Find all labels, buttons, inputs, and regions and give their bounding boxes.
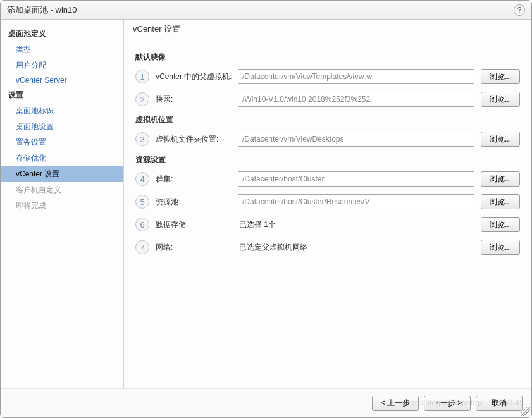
step-badge-4: 4 bbox=[135, 172, 149, 186]
section-title-default-image: 默认映像 bbox=[135, 52, 520, 63]
sidebar-section-definition: 桌面池定义 bbox=[1, 26, 123, 42]
input-snapshot[interactable]: /Win10-V1.0/win10 2018%252f3%252 bbox=[238, 92, 474, 107]
sidebar-item-guest-custom: 客户机自定义 bbox=[1, 182, 123, 198]
label-resource-pool: 资源池: bbox=[156, 197, 238, 207]
label-datastore: 数据存储: bbox=[156, 219, 238, 230]
browse-vm-folder-button[interactable]: 浏览... bbox=[481, 132, 520, 147]
main-header: vCenter 设置 bbox=[124, 20, 531, 39]
browse-network-button[interactable]: 浏览... bbox=[481, 240, 520, 255]
sidebar-item-type[interactable]: 类型 bbox=[1, 42, 123, 58]
main-panel: vCenter 设置 默认映像 1 vCenter 中的父虚拟机: /Datac… bbox=[124, 20, 531, 388]
sidebar: 桌面池定义 类型 用户分配 vCenter Server 设置 桌面池标识 桌面… bbox=[1, 20, 124, 388]
step-badge-7: 7 bbox=[135, 240, 149, 254]
browse-cluster-button[interactable]: 浏览... bbox=[481, 171, 520, 187]
section-title-vm-location: 虚拟机位置 bbox=[135, 114, 520, 125]
label-cluster: 群集: bbox=[156, 174, 238, 185]
window-title: 添加桌面池 - win10 bbox=[7, 4, 77, 16]
titlebar: 添加桌面池 - win10 ? bbox=[1, 1, 531, 20]
label-network: 网络: bbox=[156, 242, 238, 253]
dialog-body: 桌面池定义 类型 用户分配 vCenter Server 设置 桌面池标识 桌面… bbox=[1, 20, 531, 388]
row-resource-pool: 5 资源池: /Datacenter/host/Cluster/Resource… bbox=[135, 194, 520, 209]
browse-parent-vm-button[interactable]: 浏览... bbox=[481, 69, 520, 84]
step-badge-3: 3 bbox=[135, 132, 149, 146]
sidebar-item-vcenter-settings[interactable]: vCenter 设置 bbox=[1, 166, 123, 182]
sidebar-item-pool-settings[interactable]: 桌面池设置 bbox=[1, 119, 123, 135]
sidebar-item-pool-id[interactable]: 桌面池标识 bbox=[1, 103, 123, 119]
browse-snapshot-button[interactable]: 浏览... bbox=[481, 92, 520, 107]
next-button[interactable]: 下一步 > bbox=[424, 396, 471, 411]
main-content: 默认映像 1 vCenter 中的父虚拟机: /Datacenter/vm/Vi… bbox=[124, 39, 531, 388]
label-vm-folder: 虚拟机文件夹位置: bbox=[156, 134, 238, 145]
dialog-window: 添加桌面池 - win10 ? 桌面池定义 类型 用户分配 vCenter Se… bbox=[0, 0, 532, 418]
help-icon[interactable]: ? bbox=[514, 4, 525, 16]
step-badge-2: 2 bbox=[135, 92, 149, 106]
resize-grip[interactable] bbox=[521, 407, 530, 416]
step-badge-1: 1 bbox=[135, 70, 149, 83]
section-title-resource: 资源设置 bbox=[135, 154, 520, 165]
label-parent-vm: vCenter 中的父虚拟机: bbox=[156, 71, 238, 82]
row-datastore: 6 数据存储: 已选择 1个 浏览... bbox=[135, 217, 520, 232]
sidebar-item-provisioning[interactable]: 置备设置 bbox=[1, 135, 123, 151]
browse-datastore-button[interactable]: 浏览... bbox=[481, 217, 520, 232]
cancel-button[interactable]: 取消 bbox=[476, 396, 523, 411]
sidebar-item-storage-opt[interactable]: 存储优化 bbox=[1, 151, 123, 166]
row-cluster: 4 群集: /Datacenter/host/Cluster 浏览... bbox=[135, 171, 520, 187]
step-badge-5: 5 bbox=[135, 195, 149, 209]
input-vm-folder[interactable]: /Datacenter/vm/ViewDesktops bbox=[238, 132, 474, 147]
sidebar-item-user-assign[interactable]: 用户分配 bbox=[1, 58, 123, 73]
row-snapshot: 2 快照: /Win10-V1.0/win10 2018%252f3%252 浏… bbox=[135, 92, 520, 107]
text-network: 已选定父虚拟机网络 bbox=[238, 242, 474, 253]
step-badge-6: 6 bbox=[135, 218, 149, 231]
input-resource-pool[interactable]: /Datacenter/host/Cluster/Resources/V bbox=[238, 194, 474, 209]
footer: < 上一步 下一步 > 取消 bbox=[1, 388, 531, 417]
input-parent-vm[interactable]: /Datacenter/vm/ViewTemplates/view-w bbox=[238, 69, 474, 84]
row-network: 7 网络: 已选定父虚拟机网络 浏览... bbox=[135, 240, 520, 255]
sidebar-section-settings: 设置 bbox=[1, 87, 123, 103]
browse-resource-pool-button[interactable]: 浏览... bbox=[481, 194, 520, 209]
text-datastore: 已选择 1个 bbox=[238, 219, 474, 230]
sidebar-item-vcenter-server[interactable]: vCenter Server bbox=[1, 73, 123, 87]
prev-button[interactable]: < 上一步 bbox=[372, 396, 419, 411]
row-vm-folder: 3 虚拟机文件夹位置: /Datacenter/vm/ViewDesktops … bbox=[135, 132, 520, 147]
label-snapshot: 快照: bbox=[156, 94, 238, 105]
sidebar-item-ready: 即将完成 bbox=[1, 198, 123, 214]
row-parent-vm: 1 vCenter 中的父虚拟机: /Datacenter/vm/ViewTem… bbox=[135, 69, 520, 84]
input-cluster[interactable]: /Datacenter/host/Cluster bbox=[238, 171, 474, 187]
